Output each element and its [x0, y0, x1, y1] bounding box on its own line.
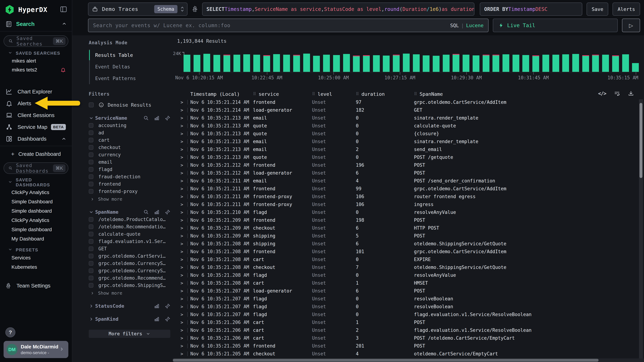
filter-option[interactable]: grpc.oteldemo.CartServi…: [89, 253, 170, 259]
drag-handle-icon[interactable]: ⠿: [253, 91, 256, 96]
table-row[interactable]: >Nov 6 10:35:21.212 AMfrontendUnset196PO…: [177, 161, 637, 169]
expand-row-icon[interactable]: >: [180, 123, 190, 129]
pin-icon[interactable]: [165, 209, 170, 215]
expand-row-icon[interactable]: >: [180, 312, 190, 317]
checkbox[interactable]: [89, 123, 94, 128]
filter-group-header-servicename[interactable]: ServiceName: [89, 115, 170, 121]
checkbox[interactable]: [89, 145, 94, 150]
events-histogram[interactable]: 24K: [184, 53, 639, 72]
filter-group-header-spankind[interactable]: SpanKind: [89, 316, 170, 322]
checkbox[interactable]: [89, 189, 94, 194]
saved-searches-section-header[interactable]: SAVED SEARCHES: [8, 50, 67, 56]
expand-row-icon[interactable]: >: [180, 273, 190, 278]
expand-row-icon[interactable]: >: [180, 320, 190, 325]
expand-row-icon[interactable]: >: [180, 225, 190, 231]
filter-option[interactable]: frontend: [89, 181, 170, 187]
chart-icon[interactable]: [154, 115, 160, 121]
expand-row-icon[interactable]: >: [180, 100, 190, 105]
sidebar-item-search[interactable]: Search: [0, 18, 72, 31]
source-select[interactable]: Demo Traces Schema: [88, 2, 188, 16]
filter-option[interactable]: /oteldemo.ProductCatalo…: [89, 217, 170, 222]
filter-group-header-statuscode[interactable]: StatusCode: [89, 303, 170, 309]
save-button[interactable]: Save: [586, 2, 608, 16]
saved-dashboards-section-header[interactable]: SAVED DASHBOARDS: [8, 178, 67, 187]
chart-icon[interactable]: [154, 209, 160, 215]
table-row[interactable]: >Nov 6 10:35:21.209 AMfrontendUnset198PO…: [177, 216, 637, 224]
expand-row-icon[interactable]: >: [180, 218, 190, 223]
create-dashboard-button[interactable]: + Create Dashboard: [0, 146, 72, 158]
checkbox[interactable]: [89, 130, 94, 135]
table-row[interactable]: >Nov 6 10:35:21.207 AMload-generatorUnse…: [177, 287, 637, 295]
more-filters-button[interactable]: More filters: [89, 330, 170, 338]
checkbox[interactable]: [89, 175, 94, 179]
table-row[interactable]: >Nov 6 10:35:21.207 AMflagdUnset0resolve…: [177, 295, 637, 303]
expand-row-icon[interactable]: >: [180, 194, 190, 199]
pin-icon[interactable]: [165, 316, 170, 322]
sidebar-item-team-settings[interactable]: Team Settings: [0, 280, 72, 291]
table-row[interactable]: >Nov 6 10:35:21.208 AMcheckoutUnset7otel…: [177, 263, 637, 271]
chart-icon[interactable]: [154, 303, 160, 309]
table-row[interactable]: >Nov 6 10:35:21.214 AMfrontendUnset97grp…: [177, 98, 637, 106]
filter-option[interactable]: checkout: [89, 145, 170, 150]
saved-dashboard-item[interactable]: Simple dashboard: [0, 225, 72, 234]
table-row[interactable]: >Nov 6 10:35:21.211 AMfrontend-proxyUnse…: [177, 193, 637, 200]
sidebar-item-client-sessions[interactable]: Client Sessions: [0, 109, 72, 121]
checkbox[interactable]: [89, 160, 94, 164]
source-settings-gear-icon[interactable]: [191, 5, 198, 13]
sidebar-item-dashboards[interactable]: Dashboards: [0, 133, 72, 145]
table-row[interactable]: >Nov 6 10:35:21.207 AMflagdUnset0flagd.e…: [177, 311, 637, 318]
filter-option[interactable]: grpc.oteldemo.Recommend…: [89, 275, 170, 281]
download-icon[interactable]: [628, 90, 634, 96]
table-row[interactable]: >Nov 6 10:35:21.213 AMquoteUnset0calcula…: [177, 122, 637, 130]
saved-dashboards-input[interactable]: Saved Dashboards ⌘K: [4, 163, 68, 174]
table-row[interactable]: >Nov 6 10:35:21.205 AMcheckoutUnset4otel…: [177, 350, 637, 358]
filter-option[interactable]: grpc.oteldemo.CurrencyS…: [89, 268, 170, 273]
expand-row-icon[interactable]: >: [180, 296, 190, 301]
query-language-toggle[interactable]: SQL|Lucene: [450, 23, 484, 28]
expand-row-icon[interactable]: >: [180, 257, 190, 262]
user-profile-card[interactable]: DM Dale McDiarmid demo-service -: [4, 341, 68, 358]
table-row[interactable]: >Nov 6 10:35:21.208 AMcartUnset0EXPIRE: [177, 255, 637, 263]
analysis-mode-event-deltas[interactable]: Event Deltas: [90, 61, 170, 73]
column-header-duration[interactable]: ⠿duration: [356, 91, 414, 97]
table-row[interactable]: >Nov 6 10:35:21.211 AMfrontend-proxyUnse…: [177, 200, 637, 208]
search-icon[interactable]: [144, 115, 149, 121]
run-query-button[interactable]: ▷: [622, 18, 640, 32]
saved-dashboard-item[interactable]: My Dashboard: [0, 234, 72, 243]
expand-row-icon[interactable]: >: [180, 344, 190, 349]
expand-row-icon[interactable]: >: [180, 178, 190, 183]
expand-row-icon[interactable]: >: [180, 171, 190, 176]
table-row[interactable]: >Nov 6 10:35:21.208 AMshippingUnset6otel…: [177, 240, 637, 248]
expand-row-icon[interactable]: >: [180, 233, 190, 238]
schema-badge[interactable]: Schema: [154, 5, 178, 13]
table-row[interactable]: >Nov 6 10:35:21.210 AMflagdUnset0resolve…: [177, 208, 637, 216]
table-row[interactable]: >Nov 6 10:35:21.206 AMcartUnset1POST: [177, 318, 637, 326]
expand-row-icon[interactable]: >: [180, 147, 190, 152]
expand-row-icon[interactable]: >: [180, 328, 190, 333]
expand-row-icon[interactable]: >: [180, 336, 190, 341]
table-row[interactable]: >Nov 6 10:35:21.213 AMquoteUnset0{closur…: [177, 130, 637, 138]
filter-option[interactable]: frontend-proxy: [89, 189, 170, 194]
filter-option[interactable]: calculate-quote: [89, 231, 170, 237]
table-row[interactable]: >Nov 6 10:35:21.211 AMemailUnset4POST /s…: [177, 177, 637, 185]
order-by-input[interactable]: ORDER BY Timestamp DESC: [480, 2, 582, 16]
expand-row-icon[interactable]: >: [180, 249, 190, 254]
table-row[interactable]: >Nov 6 10:35:21.207 AMflagdUnset0resolve…: [177, 303, 637, 311]
wrap-lines-icon[interactable]: [614, 90, 620, 96]
chevron-up-icon[interactable]: [62, 21, 67, 27]
horizontal-scrollbar-thumb[interactable]: [173, 359, 598, 362]
table-row[interactable]: >Nov 6 10:35:21.213 AMquoteUnset0POST /g…: [177, 153, 637, 161]
checkbox[interactable]: [89, 152, 94, 157]
collapse-sidebar-icon[interactable]: [60, 5, 67, 14]
checkbox[interactable]: [89, 102, 94, 107]
chart-icon[interactable]: [154, 316, 160, 322]
drag-handle-icon[interactable]: ⠿: [356, 91, 359, 96]
sidebar-item-alerts[interactable]: Alerts: [0, 98, 72, 109]
filter-option[interactable]: accounting: [89, 123, 170, 128]
checkbox[interactable]: [89, 239, 94, 244]
expand-row-icon[interactable]: >: [180, 155, 190, 160]
vertical-scrollbar-thumb[interactable]: [640, 103, 642, 178]
expand-row-icon[interactable]: >: [180, 202, 190, 207]
drag-handle-icon[interactable]: ⠿: [312, 91, 315, 96]
table-row[interactable]: >Nov 6 10:35:21.209 AMshippingUnset5POST: [177, 232, 637, 240]
